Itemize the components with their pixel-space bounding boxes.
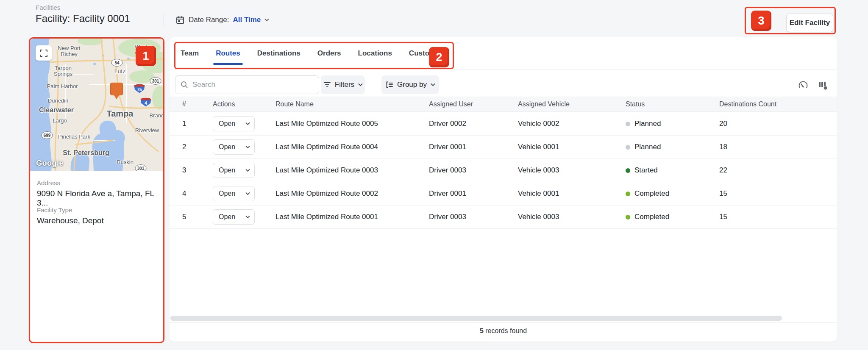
actions-cell: Open <box>213 139 275 155</box>
address-value: 9090 N Florida Ave a, Tampa, FL 3... <box>37 189 163 208</box>
destinations-count: 22 <box>719 166 837 175</box>
route-name: Last Mile Optimized Route 0003 <box>275 166 429 175</box>
assigned-vehicle: Vehicle 0002 <box>518 119 626 128</box>
open-button-label: Open <box>213 186 241 201</box>
column-header: Actions <box>213 100 275 108</box>
table-row: 2OpenLast Mile Optimized Route 0004Drive… <box>170 136 837 159</box>
tab-orders[interactable]: Orders <box>317 46 342 66</box>
chevron-down-icon[interactable] <box>241 210 254 224</box>
table-row: 4OpenLast Mile Optimized Route 0002Drive… <box>170 182 837 206</box>
breadcrumb[interactable]: Facilities <box>36 4 60 11</box>
route-name: Last Mile Optimized Route 0005 <box>275 119 429 128</box>
annotation-badge-1: 1 <box>136 46 156 66</box>
column-header: Assigned User <box>429 100 518 108</box>
records-count: 5 <box>480 327 484 334</box>
chevron-down-icon[interactable] <box>241 163 254 178</box>
open-route-button[interactable]: Open <box>213 139 255 155</box>
chevron-down-icon <box>358 83 362 87</box>
table-body: 1OpenLast Mile Optimized Route 0005Drive… <box>170 112 837 229</box>
footer-divider <box>170 322 837 323</box>
map-canvas[interactable]: New Port RicheyWesley ChapelTarpon Sprin… <box>30 39 163 171</box>
row-index: 5 <box>182 213 213 221</box>
date-range-label: Date Range: <box>189 16 229 24</box>
column-header: Assigned Vehicle <box>518 100 626 108</box>
status-dot <box>626 215 630 219</box>
open-route-button[interactable]: Open <box>213 186 255 201</box>
row-index: 2 <box>182 143 213 151</box>
route-name: Last Mile Optimized Route 0004 <box>275 143 429 151</box>
status-label: Planned <box>634 143 661 151</box>
actions-cell: Open <box>213 186 275 201</box>
status-dot <box>626 145 630 150</box>
calendar-icon <box>175 15 185 25</box>
performance-gauge-icon[interactable] <box>796 78 810 92</box>
actions-cell: Open <box>213 209 275 225</box>
column-header: Status <box>626 100 719 108</box>
date-range-control[interactable]: Date Range: All Time <box>175 15 269 25</box>
assigned-user: Driver 0002 <box>429 119 518 128</box>
date-range-value: All Time <box>233 16 261 24</box>
filters-label: Filters <box>335 81 354 89</box>
chevron-down-icon[interactable] <box>241 140 254 154</box>
search-box <box>175 75 319 94</box>
status-cell: Started <box>626 166 719 175</box>
open-button-label: Open <box>213 140 241 154</box>
page-title: Facility: Facility 0001 <box>36 13 130 25</box>
facility-map-marker[interactable] <box>110 83 123 95</box>
table-row: 1OpenLast Mile Optimized Route 0005Drive… <box>170 112 837 136</box>
assigned-user: Driver 0001 <box>429 143 518 151</box>
status-cell: Planned <box>626 143 719 151</box>
column-header: # <box>182 100 213 108</box>
open-route-button[interactable]: Open <box>213 116 255 131</box>
table-row: 5OpenLast Mile Optimized Route 0001Drive… <box>170 206 837 229</box>
records-found: 5 records found <box>170 327 837 335</box>
chevron-down-icon[interactable] <box>241 186 254 201</box>
open-route-button[interactable]: Open <box>213 209 255 225</box>
tab-routes[interactable]: Routes <box>215 46 241 66</box>
facility-type-block: Facility Type Warehouse, Depot <box>37 206 104 225</box>
header-divider <box>164 14 164 27</box>
open-route-button[interactable]: Open <box>213 163 255 178</box>
group-by-button[interactable]: Group by <box>381 75 439 94</box>
facility-type-label: Facility Type <box>37 206 104 214</box>
records-suffix: records found <box>484 327 527 334</box>
destinations-count: 15 <box>719 213 837 221</box>
assigned-user: Driver 0003 <box>429 213 518 221</box>
search-input[interactable] <box>192 81 314 89</box>
google-logo[interactable]: Google <box>36 159 64 168</box>
assigned-vehicle: Vehicle 0001 <box>518 189 626 198</box>
tab-team[interactable]: Team <box>180 46 200 66</box>
status-label: Completed <box>634 189 669 198</box>
group-by-label: Group by <box>397 81 427 89</box>
filters-button[interactable]: Filters <box>321 75 365 94</box>
row-index: 3 <box>182 166 213 175</box>
chevron-down-icon[interactable] <box>241 117 254 131</box>
column-header: Route Name <box>275 100 429 108</box>
status-cell: Planned <box>626 119 719 128</box>
status-dot <box>626 168 630 173</box>
open-button-label: Open <box>213 117 241 131</box>
filter-icon <box>323 81 331 88</box>
facility-card: New Port RicheyWesley ChapelTarpon Sprin… <box>29 37 164 343</box>
column-settings-icon[interactable] <box>815 78 830 92</box>
horizontal-scrollbar[interactable] <box>170 316 782 321</box>
actions-cell: Open <box>213 116 275 131</box>
search-icon <box>181 81 188 89</box>
assigned-vehicle: Vehicle 0003 <box>518 166 626 175</box>
status-label: Planned <box>634 119 661 128</box>
tab-locations[interactable]: Locations <box>357 46 393 66</box>
annotation-box-3: 3 Edit Facility <box>745 7 836 34</box>
map-fullscreen-button[interactable] <box>36 45 52 61</box>
tab-destinations[interactable]: Destinations <box>256 46 301 66</box>
app-root: Facilities Facility: Facility 0001 Date … <box>0 0 868 350</box>
row-index: 4 <box>182 189 213 198</box>
chevron-down-icon <box>431 83 435 87</box>
assigned-vehicle: Vehicle 0001 <box>518 143 626 151</box>
status-cell: Completed <box>626 189 719 198</box>
column-header: Destinations Count <box>719 100 837 108</box>
edit-facility-button[interactable]: Edit Facility <box>786 14 833 32</box>
destinations-count: 20 <box>719 119 837 128</box>
address-label: Address <box>37 179 163 186</box>
fullscreen-icon <box>40 50 47 57</box>
assigned-user: Driver 0001 <box>429 189 518 198</box>
